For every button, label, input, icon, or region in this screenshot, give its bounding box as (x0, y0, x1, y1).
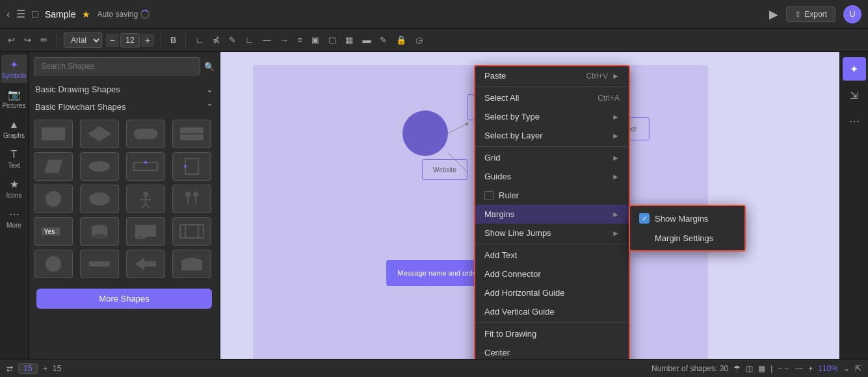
shape-parallelogram[interactable] (34, 152, 73, 181)
lock-icon[interactable]: 🔒 (393, 34, 409, 46)
redo-button[interactable]: ↪ (21, 34, 34, 46)
ctx-grid[interactable]: Grid ► (475, 148, 629, 167)
ctx-guides[interactable]: Guides ► (475, 167, 629, 186)
basic-drawing-header[interactable]: Basic Drawing Shapes ⌄ (29, 81, 220, 98)
ctx-select-by-type[interactable]: Select by Type ► (475, 107, 629, 126)
back-button[interactable]: ‹ (7, 8, 10, 20)
add-page-button[interactable]: + (43, 364, 47, 373)
shape-ellipse[interactable] (80, 185, 119, 213)
page-number-input[interactable] (18, 363, 38, 374)
ctx-add-text[interactable]: Add Text (475, 246, 629, 265)
sidebar-item-text[interactable]: T Text (1, 144, 27, 173)
shape-cylinder[interactable] (80, 217, 119, 246)
font-size-decrease[interactable]: − (106, 34, 119, 47)
export-button[interactable]: ⇧ Export (786, 6, 835, 22)
zoom-dropdown[interactable]: ⌄ (843, 364, 850, 373)
arrow-style[interactable]: → (278, 34, 291, 46)
shape-arrow-left[interactable] (126, 250, 165, 278)
rs-grid-button[interactable]: ⋯ (843, 109, 866, 133)
sidebar-item-graphs[interactable]: ▲ Graphs (1, 114, 27, 143)
shape-narrow-rect[interactable] (80, 250, 119, 278)
ctx-show-line-jumps[interactable]: Show Line Jumps ► (475, 224, 629, 242)
connector-tool[interactable]: ⋠ (210, 34, 222, 46)
format-painter[interactable]: ✏ (38, 34, 50, 46)
ctx-paste[interactable]: Paste Ctrl+V ► (475, 66, 629, 85)
paste-submenu-arrow: ► (612, 72, 620, 81)
shape-group-person[interactable] (172, 185, 211, 213)
ctx-show-margins[interactable]: ✓ Show Margins (630, 209, 744, 228)
basic-drawing-label: Basic Drawing Shapes (35, 84, 120, 94)
line-tool[interactable]: ∟ (192, 34, 206, 46)
more-shapes-button[interactable]: More Shapes (36, 289, 212, 309)
shape-connector-v[interactable] (172, 152, 211, 181)
rs-ai-button[interactable]: ✦ (843, 57, 866, 81)
ctx-center[interactable]: Center (475, 343, 629, 359)
canvas-area[interactable]: 11: Return transaction results Collabora… (220, 52, 839, 359)
shape-oval[interactable] (80, 152, 119, 181)
line-weight[interactable]: ≡ (295, 34, 306, 46)
shape-label[interactable]: Yes (34, 217, 73, 246)
bb-icon-1[interactable]: ☂ (733, 364, 741, 373)
collapse-icon: ⌄ (206, 84, 213, 94)
ctx-select-all[interactable]: Select All Ctrl+A (475, 88, 629, 107)
ruler-checkbox[interactable] (484, 191, 493, 200)
bb-expand[interactable]: ⇱ (855, 364, 861, 373)
resize-handle[interactable]: ⇄ (7, 364, 13, 373)
svg-rect-2 (134, 129, 157, 139)
line-style[interactable]: — (260, 34, 274, 46)
ctx-add-h-guide[interactable]: Add Horizontal Guide (475, 283, 629, 302)
ctx-ruler[interactable]: Ruler (475, 186, 629, 205)
bb-icon-5[interactable]: + (808, 364, 813, 373)
font-size-input[interactable] (120, 33, 140, 47)
fill-icon[interactable]: ▣ (309, 34, 322, 46)
ctx-fit-to-drawing[interactable]: Fit to Drawing (475, 324, 629, 343)
align-icon[interactable]: ▬ (360, 34, 373, 46)
sidebar-item-more[interactable]: ⋯ More (1, 204, 27, 233)
diagram-website[interactable]: Website (422, 159, 467, 180)
star-icon[interactable]: ★ (82, 9, 90, 20)
shape-person[interactable] (126, 185, 165, 213)
pen-tool[interactable]: ✎ (226, 34, 239, 46)
shape-rounded-rect[interactable] (126, 120, 165, 148)
bb-icon-3[interactable]: ▦ (758, 364, 765, 373)
shape-curved-rect[interactable] (172, 120, 211, 148)
angle-tool[interactable]: ∟ (243, 34, 256, 46)
bold-button[interactable]: B (168, 34, 179, 46)
bb-icon-2[interactable]: ◫ (746, 364, 753, 373)
toolbar-divider-2 (161, 34, 161, 47)
font-family-select[interactable]: Arial (64, 32, 102, 48)
shape-document[interactable] (126, 217, 165, 246)
bb-icon-4[interactable]: −→ (778, 364, 790, 373)
diagram-circle-1[interactable] (402, 110, 448, 156)
search-input[interactable] (34, 57, 200, 75)
ctx-add-connector[interactable]: Add Connector (475, 265, 629, 283)
shape-circle[interactable] (34, 185, 73, 213)
ctx-margin-settings[interactable]: Margin Settings (630, 228, 744, 248)
shape-process[interactable] (172, 217, 211, 246)
shape-circle2[interactable] (34, 250, 73, 278)
sidebar-item-icons[interactable]: ★ Icons (1, 174, 27, 203)
avatar[interactable]: U (843, 5, 861, 23)
ctx-select-by-layer[interactable]: Select by Layer ► (475, 126, 629, 145)
basic-flowchart-header[interactable]: Basic Flowchart Shapes ⌃ (29, 98, 220, 116)
undo-button[interactable]: ↩ (5, 34, 18, 46)
rs-fit-button[interactable]: ⇲ (843, 83, 866, 107)
shape-custom[interactable] (172, 250, 211, 278)
ctx-divider-1 (475, 86, 629, 87)
ctx-add-v-guide[interactable]: Add Vertical Guide (475, 302, 629, 321)
search-icon[interactable]: 🔍 (204, 62, 215, 72)
border-icon[interactable]: ▢ (326, 34, 339, 46)
menu-icon[interactable]: ☰ (16, 8, 25, 20)
group-icon[interactable]: ▦ (343, 34, 356, 46)
shape-diamond[interactable] (80, 120, 119, 148)
layer-icon[interactable]: ◶ (413, 34, 425, 46)
play-button[interactable]: ▶ (769, 7, 778, 21)
sidebar-item-pictures[interactable]: 📷 Pictures (1, 84, 27, 113)
edit-icon[interactable]: ✎ (377, 34, 389, 46)
shape-connector-h[interactable] (126, 152, 165, 181)
svg-rect-28 (180, 225, 204, 238)
ctx-margins[interactable]: Margins ► ▲ ✓ Show Margins Margin Settin… (475, 205, 629, 224)
shape-rectangle[interactable] (34, 120, 73, 148)
sidebar-item-symbols[interactable]: ✦ Symbols (1, 55, 27, 83)
font-size-increase[interactable]: + (141, 34, 154, 47)
